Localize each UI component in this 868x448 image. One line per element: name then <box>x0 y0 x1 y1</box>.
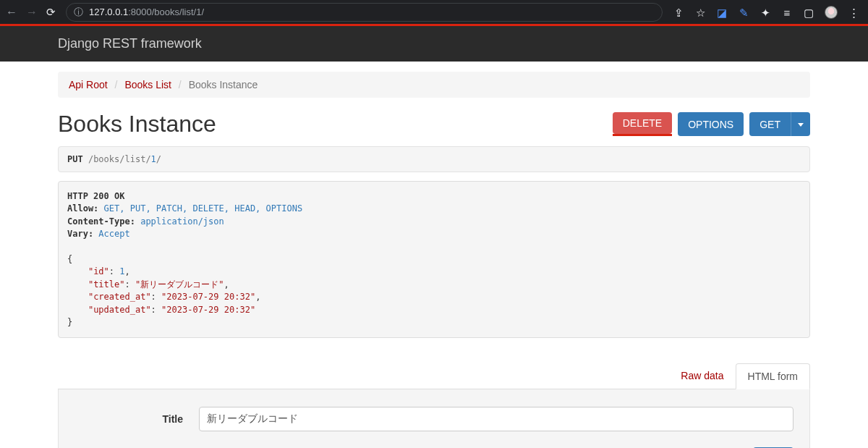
profile-avatar-icon[interactable] <box>825 6 838 19</box>
nav-arrow-group: ← → ⟳ <box>6 6 56 19</box>
address-bar[interactable]: ⓘ 127.0.0.1:8000/books/list/1/ <box>66 3 663 22</box>
panel-icon[interactable]: ▢ <box>803 7 814 18</box>
form-panel: Title PUT <box>58 389 810 448</box>
form-row-title: Title <box>75 407 793 431</box>
browser-toolbar: ← → ⟳ ⓘ 127.0.0.1:8000/books/list/1/ ⇪ ☆… <box>0 0 868 24</box>
form-tabs: Raw data HTML form <box>58 363 810 389</box>
breadcrumb-sep: / <box>174 79 186 90</box>
tab-html-form[interactable]: HTML form <box>736 363 810 389</box>
brand-title[interactable]: Django REST framework <box>58 36 202 51</box>
page-title: Books Instance <box>58 111 216 138</box>
url-path: :8000/books/list/1/ <box>128 7 204 17</box>
title-label: Title <box>75 413 183 425</box>
reload-icon[interactable]: ⟳ <box>46 6 56 19</box>
request-path: /books/list/1/ <box>83 154 161 164</box>
site-info-icon[interactable]: ⓘ <box>74 6 83 19</box>
back-icon[interactable]: ← <box>6 6 17 19</box>
forward-icon[interactable]: → <box>26 6 38 19</box>
url-host: 127.0.0.1 <box>89 7 128 17</box>
breadcrumb: Api Root / Books List / Books Instance <box>58 72 810 98</box>
reading-list-icon[interactable]: ≡ <box>781 7 793 18</box>
request-line: PUT /books/list/1/ <box>58 146 810 172</box>
extension-2-icon[interactable]: ✎ <box>738 7 749 18</box>
request-method: PUT <box>67 154 83 164</box>
breadcrumb-sep: / <box>111 79 122 90</box>
brand-bar: Django REST framework <box>0 26 868 62</box>
action-buttons: DELETE OPTIONS GET <box>613 112 810 136</box>
get-button-group: GET <box>749 112 810 136</box>
options-button[interactable]: OPTIONS <box>678 112 744 136</box>
breadcrumb-list[interactable]: Books List <box>124 79 171 90</box>
share-icon[interactable]: ⇪ <box>673 7 684 18</box>
browser-actions: ⇪ ☆ ◪ ✎ ✦ ≡ ▢ ⋮ <box>673 6 862 19</box>
menu-icon[interactable]: ⋮ <box>848 7 859 18</box>
bookmark-icon[interactable]: ☆ <box>694 7 706 18</box>
breadcrumb-current: Books Instance <box>189 79 258 90</box>
chevron-down-icon <box>798 123 804 127</box>
get-dropdown-button[interactable] <box>791 112 810 136</box>
extensions-icon[interactable]: ✦ <box>760 7 771 18</box>
extension-1-icon[interactable]: ◪ <box>716 7 728 18</box>
get-button[interactable]: GET <box>749 112 791 136</box>
response-block: HTTP 200 OK Allow: GET, PUT, PATCH, DELE… <box>58 181 810 338</box>
status-line: HTTP 200 OK <box>67 191 124 201</box>
tab-raw-data[interactable]: Raw data <box>669 363 735 389</box>
heading-row: Books Instance DELETE OPTIONS GET <box>58 111 810 138</box>
title-input[interactable] <box>199 407 793 431</box>
delete-button[interactable]: DELETE <box>613 112 672 134</box>
breadcrumb-root[interactable]: Api Root <box>69 79 108 90</box>
